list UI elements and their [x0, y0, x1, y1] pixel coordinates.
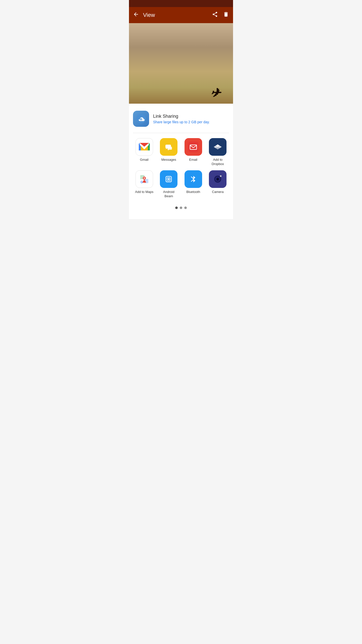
app-messages[interactable]: Messages — [158, 138, 180, 166]
page-title: View — [143, 12, 155, 18]
svg-rect-4 — [167, 147, 172, 150]
page-dot-3[interactable] — [184, 207, 187, 209]
link-sharing-title: Link Sharing — [153, 114, 210, 119]
link-sharing-limit: 2 GB — [188, 120, 196, 124]
gmail-icon — [135, 138, 153, 156]
maps-icon: G — [135, 170, 153, 188]
image-detail: ✈ — [209, 86, 222, 100]
svg-rect-19 — [168, 178, 169, 180]
svg-point-27 — [220, 176, 221, 176]
maps-label: Add to Maps — [135, 190, 153, 194]
app-camera[interactable]: Camera — [207, 170, 229, 198]
toolbar: View — [129, 7, 233, 23]
bluetooth-label: Bluetooth — [186, 190, 200, 194]
svg-point-25 — [217, 178, 219, 180]
share-sheet: Link Sharing Share large files up to 2 G… — [129, 104, 233, 219]
messages-icon — [160, 138, 177, 156]
link-sharing-description: Share large files up to 2 GB per day. — [153, 120, 210, 124]
delete-button[interactable] — [223, 11, 229, 19]
link-sharing-text: Link Sharing Share large files up to 2 G… — [153, 114, 210, 124]
messages-label: Messages — [161, 158, 176, 162]
app-bluetooth[interactable]: Bluetooth — [182, 170, 205, 198]
svg-point-9 — [217, 147, 218, 147]
dropbox-icon — [209, 138, 227, 156]
back-button[interactable] — [133, 11, 139, 19]
bluetooth-icon — [185, 170, 202, 188]
app-gmail[interactable]: Gmail — [133, 138, 156, 166]
email-label: Email — [189, 158, 197, 162]
apps-grid: Gmail Messages — [133, 137, 229, 203]
share-button[interactable] — [212, 11, 218, 19]
camera-icon — [209, 170, 227, 188]
page-dot-2[interactable] — [180, 207, 182, 209]
app-maps[interactable]: G Add to Maps — [133, 170, 156, 198]
app-dropbox[interactable]: Add toDropbox — [207, 138, 229, 166]
android-beam-label: AndroidBeam — [163, 190, 174, 198]
camera-label: Camera — [212, 190, 223, 194]
link-sharing-icon — [133, 111, 149, 127]
link-sharing-option[interactable]: Link Sharing Share large files up to 2 G… — [133, 109, 229, 132]
app-android-beam[interactable]: AndroidBeam — [158, 170, 180, 198]
page-indicators — [133, 203, 229, 215]
app-email[interactable]: Email — [182, 138, 205, 166]
svg-point-14 — [144, 177, 145, 179]
page-dot-1[interactable] — [175, 207, 178, 209]
image-preview: ✈ — [129, 23, 233, 104]
dropbox-label: Add toDropbox — [212, 158, 224, 166]
svg-rect-6 — [188, 142, 199, 152]
divider — [133, 133, 229, 133]
status-bar — [129, 0, 233, 7]
email-icon — [185, 138, 202, 156]
gmail-label: Gmail — [140, 158, 149, 162]
svg-text:G: G — [141, 180, 143, 184]
android-beam-icon — [160, 170, 177, 188]
